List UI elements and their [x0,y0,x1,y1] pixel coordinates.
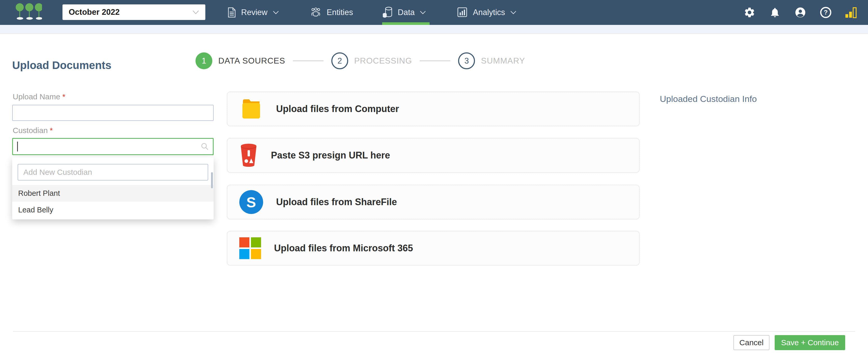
upload-from-computer-card[interactable]: Upload files from Computer [227,92,640,126]
dropdown-scrollbar[interactable] [211,172,213,188]
footer-divider [13,331,855,332]
step-3-circle: 3 [458,52,475,69]
chevron-down-icon [420,11,426,14]
nav-item-label: Data [398,8,414,17]
help-icon[interactable]: ? [819,0,832,25]
people-icon [310,7,321,18]
project-selector[interactable]: October 2022 [62,4,205,20]
nav-item-entities[interactable]: Entities [310,0,353,25]
navbar-icon-group: ? [743,0,868,25]
sub-navbar-strip [0,25,868,34]
sharefile-icon: S [239,190,263,214]
nav-item-label: Entities [327,8,353,17]
custodian-option[interactable]: Robert Plant [12,185,214,202]
custodian-option[interactable]: Lead Belly [12,202,214,218]
step-1-circle: 1 [195,52,212,69]
uploaded-custodian-info-title: Uploaded Custodian Info [660,94,757,104]
connection-status-icon[interactable] [845,0,857,25]
upload-from-sharefile-card[interactable]: S Upload files from ShareFile [227,185,640,219]
text-cursor [17,142,18,151]
chevron-down-icon [273,11,279,14]
sharefile-glyph: S [246,194,256,211]
required-asterisk: * [62,92,65,101]
s3-bucket-icon [239,143,258,168]
cancel-button[interactable]: Cancel [734,335,770,350]
bar-chart-icon [457,7,468,18]
save-continue-button[interactable]: Save + Continue [775,335,845,350]
source-card-label: Upload files from Computer [276,103,399,114]
chevron-down-icon [510,11,517,14]
custodian-input[interactable] [12,138,214,155]
step-connector [420,60,450,61]
step-3-label: SUMMARY [481,56,525,66]
top-navbar: October 2022 Review [0,0,868,25]
step-2-circle: 2 [331,52,348,69]
folder-icon [239,98,263,120]
step-connector [293,60,323,61]
nav-item-data[interactable]: Data [382,0,430,25]
custodian-dropdown: Robert Plant Lead Belly [12,157,214,219]
nav-item-label: Review [241,8,268,17]
upload-name-input[interactable] [12,105,214,121]
nav-item-analytics[interactable]: Analytics [457,0,517,25]
paste-s3-url-card[interactable]: Paste S3 presign URL here [227,138,640,173]
source-card-label: Upload files from ShareFile [276,197,397,208]
settings-gear-icon[interactable] [743,0,756,25]
source-card-label: Paste S3 presign URL here [271,150,390,161]
search-icon [201,143,209,150]
step-1-label: DATA SOURCES [218,56,285,66]
reveal-logo-icon[interactable] [16,3,42,21]
microsoft-icon [239,237,261,259]
source-card-label: Upload files from Microsoft 365 [274,243,413,254]
svg-text:?: ? [824,9,828,16]
custodian-label: Custodian* [13,126,53,135]
add-new-custodian-input[interactable] [18,164,208,181]
notifications-bell-icon[interactable] [769,0,781,25]
page-title: Upload Documents [12,59,112,71]
upload-documents-page: October 2022 Review [0,0,868,360]
document-icon [228,7,236,18]
required-asterisk: * [50,126,53,134]
project-selector-value: October 2022 [69,7,120,17]
chevron-down-icon [192,10,199,14]
upload-from-microsoft-365-card[interactable]: Upload files from Microsoft 365 [227,231,640,266]
wizard-stepper: 1 DATA SOURCES 2 PROCESSING 3 SUMMARY [195,52,525,69]
database-icon [382,6,393,19]
nav-item-review[interactable]: Review [228,0,279,25]
nav-item-label: Analytics [473,8,505,17]
account-avatar-icon[interactable] [794,0,807,25]
step-2-label: PROCESSING [354,56,412,66]
upload-name-label: Upload Name* [13,92,65,101]
